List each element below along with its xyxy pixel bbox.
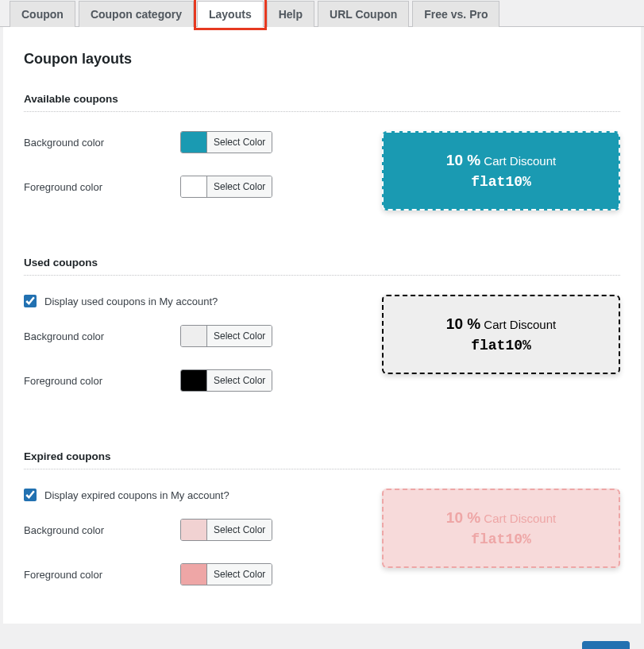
- preview-percent: 10 %: [446, 315, 480, 332]
- select-color-button[interactable]: Select Color: [206, 132, 272, 153]
- tab-coupon-category[interactable]: Coupon category: [79, 1, 194, 27]
- preview-percent: 10 %: [446, 152, 480, 168]
- swatch-available-bg: [181, 132, 206, 153]
- tab-free-vs-pro[interactable]: Free vs. Pro: [412, 1, 499, 27]
- save-button[interactable]: Save: [582, 641, 630, 649]
- section-title-available: Available coupons: [24, 93, 620, 112]
- tab-url-coupon[interactable]: URL Coupon: [318, 1, 409, 27]
- color-picker-used-fg[interactable]: Select Color: [180, 369, 272, 392]
- label-used-fg: Foreground color: [24, 375, 180, 387]
- label-used-bg: Background color: [24, 330, 180, 342]
- label-expired-bg: Background color: [24, 524, 180, 536]
- select-color-button[interactable]: Select Color: [206, 370, 272, 391]
- tabs-bar: Coupon Coupon category Layouts Help URL …: [0, 0, 644, 27]
- label-available-bg: Background color: [24, 137, 180, 149]
- label-display-expired[interactable]: Display expired coupons in My account?: [44, 489, 229, 501]
- preview-desc: Cart Discount: [484, 154, 556, 168]
- label-available-fg: Foreground color: [24, 181, 180, 193]
- preview-used: 10 % Cart Discount flat10%: [382, 295, 620, 374]
- checkbox-display-used[interactable]: [24, 295, 37, 307]
- swatch-used-fg: [181, 370, 206, 391]
- preview-percent: 10 %: [446, 509, 480, 526]
- tab-layouts[interactable]: Layouts: [197, 1, 264, 27]
- footer-bar: Save: [0, 624, 644, 649]
- preview-available: 10 % Cart Discount flat10%: [382, 131, 620, 211]
- swatch-expired-bg: [181, 520, 206, 540]
- swatch-available-fg: [181, 176, 206, 197]
- preview-code: flat10%: [391, 174, 611, 190]
- checkbox-display-expired[interactable]: [24, 489, 37, 501]
- tab-coupon[interactable]: Coupon: [10, 1, 75, 27]
- preview-code: flat10%: [391, 531, 611, 547]
- select-color-button[interactable]: Select Color: [206, 326, 272, 346]
- preview-code: flat10%: [391, 338, 611, 353]
- section-title-expired: Expired coupons: [24, 450, 620, 469]
- color-picker-used-bg[interactable]: Select Color: [180, 325, 272, 347]
- tab-help[interactable]: Help: [267, 1, 314, 27]
- content-panel: Coupon layouts Available coupons Backgro…: [3, 27, 641, 624]
- section-title-used: Used coupons: [24, 257, 620, 276]
- color-picker-available-fg[interactable]: Select Color: [180, 176, 272, 198]
- preview-desc: Cart Discount: [484, 512, 556, 525]
- select-color-button[interactable]: Select Color: [206, 564, 272, 585]
- color-picker-expired-bg[interactable]: Select Color: [180, 519, 272, 541]
- label-display-used[interactable]: Display used coupons in My account?: [44, 296, 218, 307]
- label-expired-fg: Foreground color: [24, 569, 180, 581]
- color-picker-expired-fg[interactable]: Select Color: [180, 563, 272, 585]
- color-picker-available-bg[interactable]: Select Color: [180, 131, 272, 153]
- select-color-button[interactable]: Select Color: [206, 176, 272, 197]
- page-title: Coupon layouts: [24, 51, 620, 68]
- preview-desc: Cart Discount: [484, 318, 556, 331]
- select-color-button[interactable]: Select Color: [206, 520, 272, 540]
- preview-expired: 10 % Cart Discount flat10%: [382, 489, 620, 568]
- swatch-expired-fg: [181, 564, 206, 585]
- swatch-used-bg: [181, 326, 206, 346]
